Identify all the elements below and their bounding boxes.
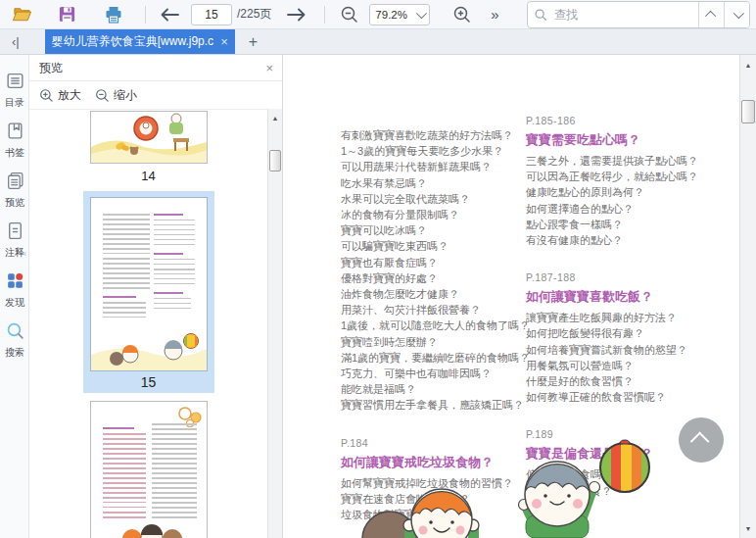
thumbnail-page-number: 15 [83, 374, 214, 390]
collapse-tabs-icon[interactable]: ‹| [12, 29, 20, 54]
scroll-down-icon[interactable]: ▼ [740, 525, 756, 532]
sidebar-item-label: 搜索 [0, 347, 29, 358]
document-view: 有刺激寶寶喜歡吃蔬菜的好方法嗎？1～3歲的寶寶每天要吃多少水果？可以用蔬果汁代替… [284, 55, 739, 538]
page-illustration [284, 392, 739, 538]
toolbar-overflow-button[interactable]: » [483, 3, 506, 26]
thumbnail-zoom-out-button[interactable]: 缩小 [95, 87, 137, 104]
thumbnail-page-number: 14 [29, 169, 267, 183]
thumbnail-zoom-in-button[interactable]: 放大 [39, 87, 81, 104]
thumbnail-scrollbar[interactable]: ▲ [267, 109, 282, 538]
next-page-button[interactable] [285, 3, 308, 26]
preview-close-icon[interactable]: × [265, 61, 273, 75]
scroll-up-icon[interactable]: ▲ [740, 62, 756, 69]
thumbnail-illustration [91, 519, 207, 538]
panel-collapse-caret-icon[interactable]: ‹ [24, 249, 26, 259]
zoom-out-circle-icon [95, 88, 110, 103]
arrow-right-icon [286, 7, 307, 23]
sidebar-item-label: 发现 [0, 297, 29, 308]
toc-entry: 1歲後，就可以隨意吃大人的食物了嗎？ [341, 318, 527, 333]
zoom-level-value: 79.2% [375, 9, 407, 21]
toc-entry: 什麼是好的飲食習慣？ [526, 373, 736, 389]
zoom-level-select[interactable]: 79.2% [369, 4, 430, 25]
scrollbar-thumb[interactable] [269, 150, 281, 171]
bookmark-icon [5, 121, 25, 141]
find-input-wrap[interactable] [528, 2, 698, 27]
toc-entry: 健康吃點心的原則為何？ [526, 184, 736, 200]
back-to-top-button[interactable] [679, 417, 724, 463]
thumbnail-page-14[interactable]: 14 [29, 111, 267, 183]
find-next-button[interactable] [724, 2, 749, 27]
tab-title: 婴幼儿营养饮食宝典[www.j9p.c [52, 33, 217, 50]
zoom-in-circle-icon [39, 88, 54, 103]
sidebar-item-discover[interactable]: 发现 [0, 270, 29, 308]
toc-entry: 優格對寶寶的好處？ [341, 270, 527, 286]
toc-entry: 寶寶也有厭食症嗎？ [341, 255, 527, 270]
preview-toolbar: 放大 缩小 [29, 81, 282, 110]
toolbar-divider [145, 6, 146, 24]
save-icon [58, 5, 76, 24]
toc-entry: 油炸食物怎麼吃才健康？ [341, 286, 527, 302]
page-total-label: /225页 [237, 6, 271, 23]
zoom-out-icon [340, 5, 358, 24]
save-button[interactable] [55, 3, 78, 26]
sidebar-item-label: 预览 [0, 197, 29, 208]
new-tab-button[interactable]: + [249, 29, 258, 54]
open-file-button[interactable] [10, 3, 33, 26]
toc-entry: 有沒有健康的點心？ [526, 232, 736, 248]
thumbnail-page-16[interactable] [29, 401, 267, 538]
toolbar-divider [324, 6, 325, 24]
search-panel-icon [5, 320, 25, 341]
sidebar: 目录 书签 预览 注释 [0, 55, 29, 538]
document-tab[interactable]: 婴幼儿营养饮食宝典[www.j9p.c × [45, 29, 235, 54]
toc-entry: 寶寶噎到時怎麼辦？ [341, 334, 527, 350]
sidebar-item-preview[interactable]: 预览 [0, 171, 29, 208]
toc-entry: 巧克力、可樂中也有咖啡因嗎？ [341, 366, 527, 381]
zoom-out-button[interactable] [337, 3, 360, 26]
document-scrollbar[interactable]: ▲ ▼ [739, 55, 756, 538]
toc-entry: 寶寶可以吃冰嗎？ [341, 222, 527, 238]
preview-panel: 预览 × 放大 缩小 [29, 55, 283, 538]
toc-section-heading: 寶寶需要吃點心嗎？ [526, 130, 736, 149]
thumbnail-illustration [91, 321, 207, 370]
pdf-reader-window: /225页 79.2% » [0, 0, 756, 538]
toc-section: 有刺激寶寶喜歡吃蔬菜的好方法嗎？1～3歲的寶寶每天要吃多少水果？可以用蔬果汁代替… [341, 127, 527, 414]
thumbnail-illustration [91, 112, 207, 163]
thumbnail-list: 14 [29, 109, 267, 538]
sidebar-item-bookmarks[interactable]: 书签 [0, 121, 29, 158]
chevron-up-icon [704, 10, 715, 21]
thumbnail-page-15-selected[interactable]: 15 [83, 191, 214, 393]
zoom-in-button[interactable] [449, 3, 473, 26]
toc-entry: 如何培養寶寶嘗試新食物的慾望？ [526, 342, 736, 358]
folder-open-icon [12, 4, 32, 24]
toc-entry: 可以騙寶寶吃東西嗎？ [341, 238, 527, 254]
toc-section: P.185-186寶寶需要吃點心嗎？三餐之外，還需要提供孩子點心嗎？可以因為正餐… [526, 114, 736, 248]
annotation-icon [5, 220, 25, 241]
find-previous-button[interactable] [698, 2, 724, 27]
toc-entry: 可以用蔬果汁代替新鮮蔬果嗎？ [341, 159, 527, 174]
toc-section: P.187-188如何讓寶寶喜歡吃飯？讓寶寶產生吃飯興趣的好方法？如何把吃飯變得… [526, 270, 736, 405]
tab-close-icon[interactable]: × [220, 34, 228, 49]
sidebar-item-label: 书签 [0, 147, 29, 158]
toc-entry: 點心跟零食一樣嗎？ [526, 217, 736, 232]
chevron-down-icon [732, 7, 743, 18]
previous-page-button[interactable] [158, 3, 181, 26]
preview-icon [5, 171, 25, 191]
sidebar-item-label: 目录 [0, 97, 29, 108]
sidebar-item-search[interactable]: 搜索 [0, 320, 29, 358]
find-input[interactable] [552, 7, 684, 23]
sidebar-item-toc[interactable]: 目录 [0, 71, 29, 108]
print-button[interactable] [102, 3, 125, 26]
zoom-out-label: 缩小 [114, 87, 137, 104]
scrollbar-thumb[interactable] [741, 100, 755, 123]
toc-entry: 讓寶寶產生吃飯興趣的好方法？ [526, 310, 736, 325]
toc-entry: 吃水果有禁忌嗎？ [341, 175, 527, 191]
toc-entry: 冰的食物有分量限制嗎？ [341, 207, 527, 222]
toc-icon [5, 71, 25, 91]
page-number-input[interactable] [191, 4, 232, 25]
scroll-up-icon[interactable]: ▲ [268, 115, 282, 122]
toc-entry: 如何選擇適合的點心？ [526, 201, 736, 217]
toc-entry: 如何把吃飯變得很有趣？ [526, 325, 736, 341]
toc-entry: 可以因為正餐吃得少，就給點心嗎？ [526, 169, 736, 184]
zoom-in-label: 放大 [58, 87, 81, 104]
toc-entry: 有刺激寶寶喜歡吃蔬菜的好方法嗎？ [341, 127, 527, 143]
